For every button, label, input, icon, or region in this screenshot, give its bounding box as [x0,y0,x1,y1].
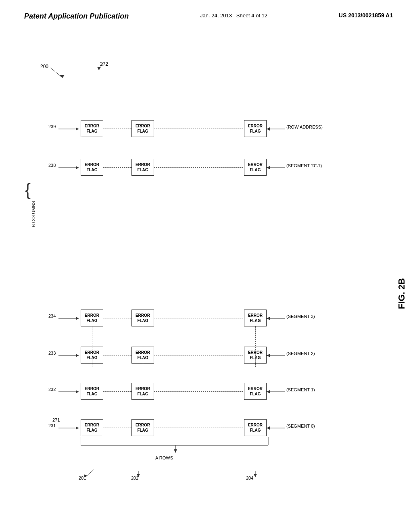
svg-marker-33 [254,474,257,477]
patent-number: US 2013/0021859 A1 [339,12,393,19]
error-box-col1-row238: ERRORFLAG [81,159,103,176]
arrow-row231 [58,426,83,430]
arrow-row-addr-left [267,127,287,131]
seg-label-1: (SEGMENT 1) [286,387,315,392]
svg-marker-17 [76,317,79,320]
error-box-col2-row239: ERRORFLAG [131,120,154,137]
dline-r232-23 [154,391,243,392]
arrow-seg0-left [267,426,287,430]
error-box-col3-row231: ERRORFLAG [244,419,267,436]
svg-marker-27 [267,127,270,131]
error-box-col2-row231: ERRORFLAG [131,419,154,436]
label-238: 238 [48,163,56,168]
publication-title: Patent Application Publication [24,12,129,21]
svg-marker-15 [267,354,270,357]
error-box-col2-row232: ERRORFLAG [131,383,154,400]
b-columns-brace: { [25,181,31,198]
arrow-row232 [58,389,83,394]
publication-info: Jan. 24, 2013 Sheet 4 of 12 [200,12,267,19]
svg-marker-21 [76,166,79,169]
page: Patent Application Publication Jan. 24, … [0,0,413,532]
arrow-seg-n1-left [267,165,287,170]
arrow-seg3-left [267,316,287,321]
svg-marker-7 [267,426,270,430]
error-box-col1-row231: ERRORFLAG [81,419,103,436]
dline-r233-12 [103,355,131,355]
dline-r233-23 [154,355,243,355]
svg-marker-19 [267,317,270,320]
diagram-container: 200 272 { B COLUMNS 271 231 ERRORFLAG [0,44,413,532]
arrow-row238 [58,165,83,170]
label-239: 239 [48,124,56,129]
error-box-col1-row239: ERRORFLAG [81,120,103,137]
dline-r231-23 [154,428,243,428]
vdash-col3 [255,326,256,367]
label-204: 204 [246,476,253,480]
arrow-272 [95,61,107,73]
error-box-col1-row234: ERRORFLAG [81,310,103,326]
arrow-row234 [58,316,83,321]
dline-r232-12 [103,391,131,392]
svg-line-2 [99,63,103,70]
error-box-col1-row232: ERRORFLAG [81,383,103,400]
label-232: 232 [48,387,56,392]
a-rows-label: A ROWS [155,455,173,460]
dline-r234-23 [154,318,243,318]
vdash-col1 [92,326,92,367]
svg-marker-9 [76,390,79,393]
arrow-seg2-left [267,353,287,358]
b-columns-label: B COLUMNS [31,201,36,227]
svg-marker-13 [76,354,79,357]
svg-marker-39 [174,449,177,453]
error-box-col3-row238: ERRORFLAG [244,159,267,176]
arrow-row239 [58,127,83,131]
seg-label-n1: (SEGMENT "0"-1) [286,163,322,168]
seg-label-2: (SEGMENT 2) [286,351,315,356]
error-box-col2-row238: ERRORFLAG [131,159,154,176]
seg-label-0: (SEGMENT 0) [286,424,315,428]
dline-r239-23 [154,129,243,129]
dline-r234-12 [103,318,131,318]
arrow-seg1-left [267,389,287,394]
label-271: 271 [52,418,60,422]
svg-marker-25 [76,127,79,131]
label-234: 234 [48,314,56,318]
page-header: Patent Application Publication Jan. 24, … [0,0,413,24]
label-233: 233 [48,351,56,355]
dline-r231-12 [103,428,131,428]
label-col1-bottom [83,468,115,480]
svg-marker-5 [76,426,79,430]
label-202: 202 [131,476,138,480]
dline-r238-23 [154,167,243,168]
fig-label: FIG. 2B [396,278,407,309]
dline-r239-12 [103,129,131,129]
error-box-col3-row239: ERRORFLAG [244,120,267,137]
error-box-col3-row232: ERRORFLAG [244,383,267,400]
seg-label-3: (SEGMENT 3) [286,314,315,319]
vdash-col2 [143,326,143,367]
arrow-row233 [58,353,83,358]
label-201: 201 [79,476,86,480]
svg-line-0 [50,68,63,78]
a-rows-brace [81,437,270,457]
label-231: 231 [48,423,56,428]
dline-r238-12 [103,167,131,168]
svg-marker-23 [267,166,270,169]
error-box-col3-row234: ERRORFLAG [244,310,267,326]
svg-marker-11 [267,390,270,393]
arrow-200 [42,64,67,80]
seg-label-row-addr: (ROW ADDRESS) [286,125,323,129]
error-box-col2-row234: ERRORFLAG [131,310,154,326]
